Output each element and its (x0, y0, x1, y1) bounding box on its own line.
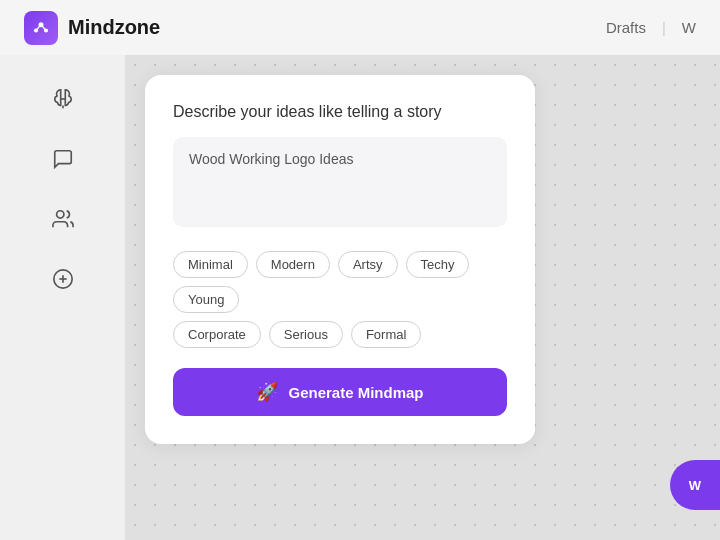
sidebar-item-brain[interactable] (43, 79, 83, 119)
tag-young[interactable]: Young (173, 286, 239, 313)
generate-button-label: Generate Mindmap (288, 384, 423, 401)
floating-badge[interactable]: W (670, 460, 720, 510)
idea-card: Describe your ideas like telling a story… (145, 75, 535, 444)
nav-drafts[interactable]: Drafts (606, 19, 646, 36)
nav-other[interactable]: W (682, 19, 696, 36)
generate-button[interactable]: 🚀 Generate Mindmap (173, 368, 507, 416)
sidebar-item-add[interactable] (43, 259, 83, 299)
card-title: Describe your ideas like telling a story (173, 103, 507, 121)
tag-corporate[interactable]: Corporate (173, 321, 261, 348)
rocket-icon: 🚀 (256, 381, 278, 403)
tag-modern[interactable]: Modern (256, 251, 330, 278)
svg-line-4 (41, 24, 46, 30)
main-layout: Describe your ideas like telling a story… (0, 55, 720, 540)
sidebar-item-chat[interactable] (43, 139, 83, 179)
logo-icon (24, 11, 58, 45)
logo-area: Mindzone (24, 11, 160, 45)
svg-line-3 (36, 24, 41, 30)
sidebar (0, 55, 125, 540)
tags-row-2: CorporateSeriousFormal (173, 321, 507, 348)
nav-divider: | (662, 19, 666, 36)
idea-textarea[interactable] (173, 137, 507, 227)
svg-point-7 (56, 211, 63, 218)
tag-formal[interactable]: Formal (351, 321, 421, 348)
tags-row-1: MinimalModernArtsyTechyYoung (173, 251, 507, 313)
tag-artsy[interactable]: Artsy (338, 251, 398, 278)
floating-badge-label: W (689, 478, 701, 493)
sidebar-item-people[interactable] (43, 199, 83, 239)
topbar: Mindzone Drafts | W (0, 0, 720, 55)
tag-techy[interactable]: Techy (406, 251, 470, 278)
logo-text: Mindzone (68, 16, 160, 39)
tag-minimal[interactable]: Minimal (173, 251, 248, 278)
content-area: Describe your ideas like telling a story… (125, 55, 720, 540)
tag-serious[interactable]: Serious (269, 321, 343, 348)
topbar-nav: Drafts | W (606, 19, 696, 36)
